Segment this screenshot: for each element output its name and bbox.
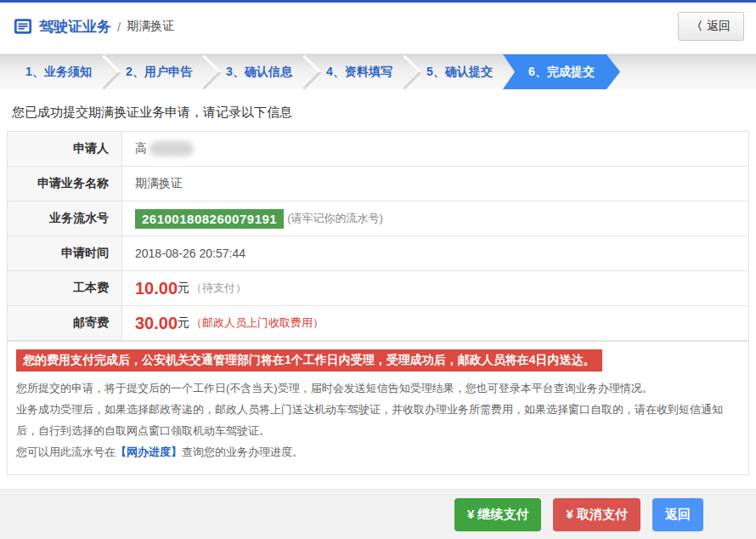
row-label: 邮寄费: [8, 306, 122, 340]
step-5-confirm-submit: 5、确认提交: [409, 54, 510, 89]
step-3-confirm-info: 3、确认信息: [209, 54, 309, 89]
notice-paragraph-2: 业务成功受理后，如果选择邮政寄递的，邮政人员将上门送达机动车驾驶证，并收取办理业…: [16, 399, 740, 441]
form-list-icon: [14, 17, 32, 36]
back-button-label: 返回: [707, 19, 731, 34]
work-fee-unit: 元: [178, 281, 189, 296]
breadcrumb-divider: /: [117, 20, 121, 34]
step-1-business-notice: 1、业务须知: [8, 54, 109, 89]
applicant-name: 高: [135, 141, 147, 156]
serial-number-note: (请牢记你的流水号): [287, 211, 383, 226]
progress-hint-suffix: 查询您的业务办理进度。: [182, 445, 303, 458]
progress-hint-prefix: 您可以用此流水号在: [16, 445, 116, 458]
continue-payment-button[interactable]: ¥ 继续支付: [454, 498, 542, 531]
row-label: 申请业务名称: [8, 167, 122, 201]
post-fee-note: （邮政人员上门收取费用）: [191, 315, 324, 331]
cancel-payment-button[interactable]: ¥ 取消支付: [553, 498, 640, 531]
post-fee-unit: 元: [178, 315, 189, 331]
return-button[interactable]: 返回: [652, 498, 703, 531]
row-value: 2018-08-26 20:57:44: [122, 236, 748, 270]
success-message: 您已成功提交期满换证业务申请，请记录以下信息: [0, 89, 756, 131]
row-value: 30.00 元 （邮政人员上门收取费用）: [122, 306, 748, 340]
table-row-applicant: 申请人 高: [8, 132, 748, 167]
page-title: 驾驶证业务: [39, 17, 111, 37]
back-button[interactable]: 〈 返回: [678, 12, 744, 41]
page-header: 驾驶证业务 / 期满换证 〈 返回: [0, 3, 756, 50]
work-fee-note: （待支付）: [191, 281, 246, 296]
footer-action-bar: ¥ 继续支付 ¥ 取消支付 返回: [0, 489, 756, 539]
application-info-table: 申请人 高 申请业务名称 期满换证 业务流水号 2610018082600791…: [7, 131, 749, 341]
row-label: 业务流水号: [8, 201, 122, 235]
progress-hint-line: 您可以用此流水号在【网办进度】查询您的业务办理进度。: [16, 441, 740, 462]
step-2-user-declaration: 2、用户申告: [109, 54, 209, 89]
back-chevron-icon: 〈: [691, 19, 702, 34]
table-row-serial-number: 业务流水号 261001808260079191 (请牢记你的流水号): [8, 201, 748, 236]
notice-paragraph-1: 您所提交的申请，将于提交后的一个工作日(不含当天)受理，届时会发送短信告知受理结…: [16, 377, 740, 399]
step-4-fill-materials: 4、资料填写: [309, 54, 409, 89]
wizard-step-bar: 1、业务须知 2、用户申告 3、确认信息 4、资料填写 5、确认提交 6、完成提…: [0, 54, 756, 89]
work-fee-amount: 10.00: [135, 279, 178, 298]
row-value: 10.00 元 （待支付）: [122, 271, 748, 305]
notice-box: 您的费用支付完成后，公安机关交通管理部门将在1个工作日内受理，受理成功后，邮政人…: [7, 341, 749, 475]
redacted-name-blob: [150, 141, 194, 156]
step-6-complete-submit-active: 6、完成提交: [503, 54, 620, 89]
post-fee-amount: 30.00: [135, 314, 178, 333]
row-label: 申请人: [8, 132, 122, 166]
table-row-work-fee: 工本费 10.00 元 （待支付）: [8, 271, 748, 306]
row-value: 期满换证: [122, 167, 748, 201]
row-value: 261001808260079191 (请牢记你的流水号): [122, 201, 748, 235]
serial-number-badge: 261001808260079191: [135, 209, 284, 229]
progress-link-text: 【网办进度】: [116, 445, 182, 458]
row-value: 高: [122, 132, 748, 166]
table-row-apply-time: 申请时间 2018-08-26 20:57:44: [8, 236, 748, 271]
breadcrumb-current: 期满换证: [127, 19, 174, 34]
row-label: 工本费: [8, 271, 122, 305]
page: 驾驶证业务 / 期满换证 〈 返回 1、业务须知 2、用户申告 3、确认信息 4…: [0, 0, 756, 539]
row-label: 申请时间: [8, 236, 122, 270]
table-row-service-name: 申请业务名称 期满换证: [8, 167, 748, 201]
table-row-post-fee: 邮寄费 30.00 元 （邮政人员上门收取费用）: [8, 306, 748, 341]
payment-notice-banner: 您的费用支付完成后，公安机关交通管理部门将在1个工作日内受理，受理成功后，邮政人…: [16, 349, 602, 372]
